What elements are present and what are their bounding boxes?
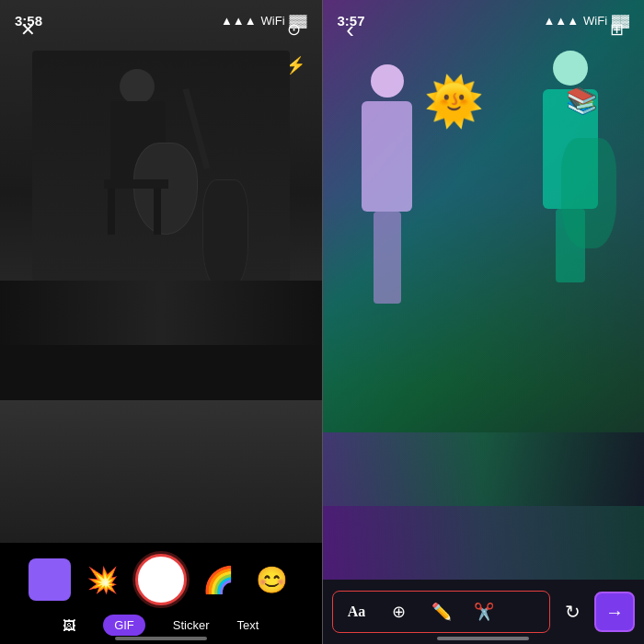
- nav-gif[interactable]: GIF: [103, 615, 145, 636]
- layers-sticker[interactable]: 📚: [566, 83, 598, 117]
- right-signal-icon: ▲▲▲: [543, 14, 579, 28]
- sticker-purple-square[interactable]: [29, 558, 71, 601]
- sun-emoji: 🌞: [424, 75, 484, 128]
- right-wifi-icon: WiFi: [583, 14, 607, 28]
- person-left-body: [362, 101, 412, 212]
- photo-content: [32, 51, 290, 437]
- left-panel: 3:58 ▲▲▲ WiFi ▓▓: [0, 0, 322, 644]
- draw-icon: ✏️: [431, 602, 452, 622]
- floor: [0, 345, 322, 400]
- right-battery-icon: ▓▓: [612, 14, 629, 28]
- person-left-head: [371, 64, 404, 98]
- bang-emoji: 💥: [86, 565, 119, 595]
- smile-emoji: 😊: [256, 565, 288, 595]
- left-top-controls: ✕ ⊙: [0, 9, 322, 50]
- right-status-bar: 3:57 ▲▲▲ WiFi ▓▓: [323, 0, 645, 40]
- nav-gallery[interactable]: 🖼: [63, 615, 75, 636]
- home-indicator-right: [437, 637, 529, 640]
- gif-label: GIF: [114, 618, 134, 632]
- link-tool-button[interactable]: ⊕: [385, 597, 414, 627]
- person-left: [341, 64, 433, 359]
- stool-leg-left: [108, 189, 115, 235]
- sticker-smile[interactable]: 😊: [251, 558, 293, 601]
- rainbow-emoji: 🌈: [202, 565, 235, 595]
- nav-sticker[interactable]: Sticker: [173, 615, 210, 636]
- text-tool-label: Aa: [348, 604, 366, 620]
- draw-tool-button[interactable]: ✏️: [427, 597, 456, 627]
- sun-sticker[interactable]: 🌞: [424, 74, 484, 130]
- home-indicator-left: [115, 637, 207, 640]
- floor-colored: [323, 506, 645, 580]
- redo-button[interactable]: ↻: [556, 595, 589, 628]
- musician-head: [120, 69, 155, 104]
- text-tool-button[interactable]: Aa: [342, 597, 372, 627]
- left-bottom-toolbar: 💥 🌈 😊 🖼 GIF: [0, 543, 322, 644]
- tools-group: Aa ⊕ ✏️ ✂️: [332, 591, 551, 633]
- layers-emoji: 📚: [566, 86, 598, 115]
- guitar-right: [561, 138, 616, 248]
- redo-icon: ↻: [565, 601, 581, 623]
- person-left-legs: [374, 212, 401, 304]
- right-photo-area: 🌞 📚 ‹ ⊞: [323, 0, 645, 644]
- stool: [104, 179, 168, 189]
- nav-text[interactable]: Text: [237, 615, 259, 636]
- right-time: 3:57: [338, 13, 365, 29]
- right-panel: 3:57 ▲▲▲ WiFi ▓▓ 🌞: [323, 0, 645, 644]
- person-right-head: [553, 51, 588, 86]
- capture-button[interactable]: [135, 554, 187, 605]
- right-bottom-toolbar: Aa ⊕ ✏️ ✂️ ↻ →: [323, 580, 645, 644]
- sticker-label: Sticker: [173, 618, 210, 632]
- next-button[interactable]: →: [594, 592, 635, 632]
- camera-button[interactable]: ⊙: [280, 15, 309, 44]
- foreground-legs: [0, 281, 322, 354]
- right-status-icons: ▲▲▲ WiFi ▓▓: [543, 14, 629, 28]
- guitar-body: [133, 143, 198, 235]
- sticker-bang[interactable]: 💥: [82, 558, 124, 601]
- gallery-icon: 🖼: [63, 618, 75, 633]
- scissors-tool-button[interactable]: ✂️: [469, 597, 499, 627]
- sticker-row: 💥 🌈 😊: [0, 543, 322, 611]
- next-arrow-icon: →: [605, 602, 624, 623]
- capture-inner: [141, 559, 181, 600]
- second-guitar: [202, 179, 248, 290]
- sticker-rainbow[interactable]: 🌈: [198, 558, 240, 601]
- scissors-icon: ✂️: [474, 602, 494, 622]
- link-icon: ⊕: [392, 602, 406, 622]
- close-button[interactable]: ✕: [13, 15, 42, 44]
- text-label: Text: [237, 618, 259, 632]
- stool-leg-right: [154, 189, 161, 235]
